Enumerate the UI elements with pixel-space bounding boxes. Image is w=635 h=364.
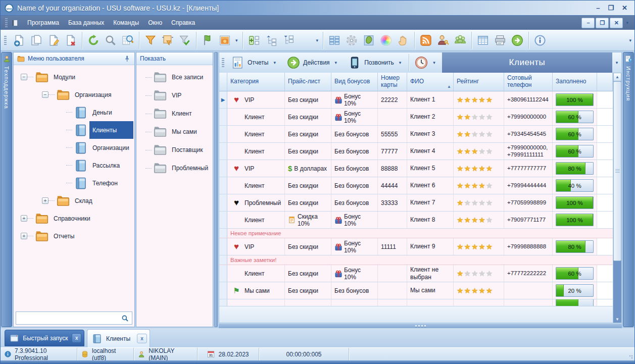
table-row[interactable]: КлиентБез скидкиБонус 10%Клиент 2★★★★★+7…: [219, 109, 613, 126]
cell-card-number[interactable]: [378, 212, 407, 228]
cell-category[interactable]: Клиент: [227, 126, 285, 142]
cell-bonus-type[interactable]: Бонус 10%: [331, 91, 378, 108]
instruction-tab[interactable]: ? Инструкция: [623, 52, 634, 327]
row-indicator[interactable]: [219, 212, 227, 228]
cell-category[interactable]: ♥Проблемный: [227, 194, 285, 211]
scroll-up-icon[interactable]: ▲: [613, 73, 621, 81]
cell-category[interactable]: ♥VIP: [227, 91, 285, 108]
table-row[interactable]: КлиентБез скидкиБез бонусов77777Клиент 4…: [219, 143, 613, 160]
cell-category[interactable]: Клиент: [227, 177, 285, 194]
cell-price-list[interactable]: Без скидки: [285, 126, 331, 142]
bottom-tab-клиенты[interactable]: Клиентыx: [87, 329, 150, 347]
refresh-button[interactable]: [85, 32, 102, 49]
cell-card-number[interactable]: 88888: [378, 160, 407, 177]
cell-price-list[interactable]: Без скидки: [285, 238, 331, 255]
cell-rating[interactable]: ★★★★★: [454, 160, 504, 177]
row-indicator[interactable]: [219, 160, 227, 177]
cell-filler[interactable]: [597, 238, 613, 255]
cell-mobile-phone[interactable]: +79998888888: [504, 238, 553, 255]
tree-item-рассылка[interactable]: Рассылка: [14, 157, 134, 174]
row-indicator[interactable]: [219, 255, 227, 265]
cell-filled[interactable]: 60 %: [553, 265, 597, 282]
cell-filler[interactable]: [597, 194, 613, 211]
cell-filler[interactable]: [597, 212, 613, 228]
cell-price-list[interactable]: Без скидки: [285, 265, 331, 282]
cell-full-name[interactable]: Клиент 4: [407, 143, 454, 160]
reports-button[interactable]: Отчеты▾: [227, 53, 282, 73]
row-indicator[interactable]: [219, 143, 227, 160]
table-row[interactable]: ♥VIPБез скидкиБонус 10%11111Клиент 9★★★★…: [219, 238, 613, 255]
cell-filled[interactable]: 60 %: [553, 109, 597, 125]
cell-bonus-type[interactable]: Бонус 10%: [331, 238, 378, 255]
cell-bonus-type[interactable]: Без бонусов: [331, 194, 378, 211]
rating-stars[interactable]: ★★★★★: [457, 95, 493, 105]
mdi-minimize-button[interactable]: –: [581, 18, 595, 28]
cell-filled[interactable]: 60 %: [553, 126, 597, 142]
search-grid-button[interactable]: [119, 32, 136, 49]
cell-card-number[interactable]: [378, 265, 407, 282]
cell-filler[interactable]: [597, 91, 613, 108]
table-row-partial[interactable]: [219, 299, 613, 306]
row-indicator[interactable]: [219, 177, 227, 194]
filter-item-клиент[interactable]: Клиент: [136, 105, 213, 123]
cell-rating[interactable]: ★★★★★: [454, 282, 504, 299]
column-header-вид-бонусов[interactable]: Вид бонусов: [331, 73, 378, 91]
cell-price-list[interactable]: Без скидки: [285, 177, 331, 194]
expand-node-icon[interactable]: +: [21, 233, 27, 239]
timer-button[interactable]: ▾: [410, 53, 442, 73]
tree-item-деньги[interactable]: Деньги: [14, 103, 134, 121]
filter-window-button[interactable]: [159, 32, 176, 49]
cell-rating[interactable]: ★★★★★: [454, 126, 504, 142]
column-header-рейтинг[interactable]: Рейтинг: [454, 73, 504, 91]
search-button[interactable]: [102, 32, 119, 49]
cell-full-name[interactable]: Клиент 3: [407, 126, 454, 142]
cell-card-number[interactable]: 44444: [378, 177, 407, 194]
cell-rating[interactable]: ★★★★★: [454, 177, 504, 194]
cell-price-list[interactable]: Без скидки: [285, 91, 331, 108]
cell-price-list[interactable]: Без скидки: [285, 109, 331, 125]
cell-filler[interactable]: [597, 109, 613, 125]
cell-filler[interactable]: [597, 177, 613, 194]
menu-grip[interactable]: [5, 18, 8, 27]
cell-filler[interactable]: [597, 265, 613, 282]
tree-expand-button[interactable]: [280, 32, 297, 49]
tree-item-клиенты[interactable]: Клиенты: [14, 121, 134, 139]
mdi-overflow-arrow-icon[interactable]: ▾: [626, 20, 628, 25]
cell-mobile-phone[interactable]: +79994444444: [504, 177, 553, 194]
row-indicator[interactable]: [219, 299, 227, 306]
rating-stars[interactable]: ★★★★★: [457, 242, 493, 251]
cell-rating[interactable]: ★★★★★: [454, 212, 504, 228]
cell-filler[interactable]: [597, 160, 613, 177]
call-button[interactable]: Позвонить▾: [344, 53, 408, 73]
menu-item-команды[interactable]: Команды: [109, 16, 143, 30]
expand-node-icon[interactable]: +: [42, 197, 48, 204]
column-header-сотовый-телефон[interactable]: Сотовый телефон: [504, 73, 553, 91]
toolbar-grip[interactable]: [4, 36, 7, 45]
row-indicator[interactable]: [219, 282, 227, 299]
filter-item-vip[interactable]: VIP: [136, 86, 213, 105]
rating-stars[interactable]: ★★★★★: [457, 147, 493, 156]
cell-category[interactable]: Клиент: [227, 143, 285, 160]
cell-full-name[interactable]: Клиент 8: [407, 212, 454, 228]
tree-item-телефон[interactable]: Телефон: [14, 174, 134, 192]
cell-full-name[interactable]: Клиент 1: [407, 91, 454, 108]
flag-button[interactable]: [199, 32, 216, 49]
table-row[interactable]: ♥VIP$В долларахБез бонусов88888Клиент 5★…: [219, 160, 613, 177]
cell-category[interactable]: ⚑Мы сами: [227, 282, 285, 299]
cell-bonus-type[interactable]: Без бонусов: [331, 143, 378, 160]
settings-button[interactable]: [343, 32, 360, 49]
print-button[interactable]: [492, 32, 509, 49]
table-row[interactable]: ▶♥VIPБез скидкиБонус 10%22222Клиент 1★★★…: [219, 91, 613, 109]
cell-category[interactable]: Клиент: [227, 265, 285, 282]
pin-icon[interactable]: [123, 55, 131, 63]
menu-item-справка[interactable]: Справка: [167, 16, 200, 30]
cell-category[interactable]: ♥VIP: [227, 238, 285, 255]
mdi-close-button[interactable]: ✕: [610, 18, 623, 28]
cell-mobile-phone[interactable]: [504, 282, 553, 299]
table-row[interactable]: КлиентСкидка 10%Бонус 10%Клиент 8★★★★★+7…: [219, 212, 613, 229]
cell-price-list[interactable]: Без скидки: [285, 194, 331, 211]
doc-copy-button[interactable]: [28, 32, 45, 49]
cell-rating[interactable]: ★★★★★: [454, 143, 504, 160]
table-row[interactable]: ♥ПроблемныйБез скидкиБез бонусов33333Кли…: [219, 194, 613, 212]
cell-rating[interactable]: ★★★★★: [454, 238, 504, 255]
